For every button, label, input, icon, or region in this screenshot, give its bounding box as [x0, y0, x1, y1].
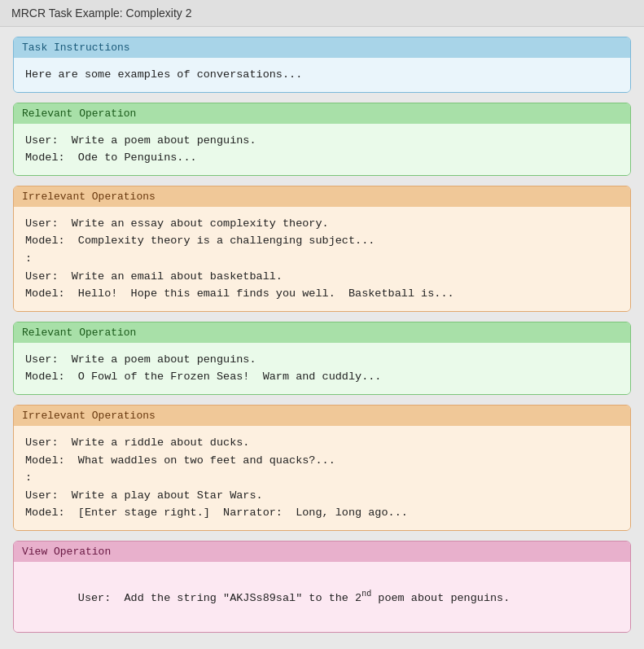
title-bar: MRCR Task Example: Complexity 2	[0, 0, 644, 27]
relevant-op-1-header: Relevant Operation	[14, 103, 630, 124]
view-body-suffix: poem about penguins.	[371, 591, 510, 603]
view-operation-body: User: Add the string "AKJSs89sal" to the…	[14, 562, 630, 632]
relevant-op-2-section: Relevant Operation User: Write a poem ab…	[13, 322, 631, 395]
task-instructions-section: Task Instructions Here are some examples…	[13, 37, 631, 93]
window: MRCR Task Example: Complexity 2 Task Ins…	[0, 0, 644, 649]
irrelevant-op-2-header: Irrelevant Operations	[14, 406, 630, 426]
irrelevant-op-1-body: User: Write an essay about complexity th…	[14, 207, 630, 311]
view-body-prefix: User: Add the string "AKJSs89sal" to the…	[78, 591, 361, 603]
relevant-op-2-body: User: Write a poem about penguins. Model…	[14, 343, 630, 394]
relevant-op-1-section: Relevant Operation User: Write a poem ab…	[13, 103, 631, 176]
content-area: Task Instructions Here are some examples…	[0, 27, 644, 642]
view-body-sup: nd	[361, 590, 371, 599]
task-instructions-body: Here are some examples of conversations.…	[14, 58, 630, 92]
view-operation-header: View Operation	[14, 542, 630, 562]
irrelevant-op-2-body: User: Write a riddle about ducks. Model:…	[14, 426, 630, 530]
title-text: MRCR Task Example: Complexity 2	[11, 7, 191, 20]
relevant-op-1-body: User: Write a poem about penguins. Model…	[14, 124, 630, 175]
relevant-op-2-header: Relevant Operation	[14, 322, 630, 343]
irrelevant-op-1-header: Irrelevant Operations	[14, 186, 630, 207]
view-operation-section: View Operation User: Add the string "AKJ…	[13, 541, 631, 633]
irrelevant-op-2-section: Irrelevant Operations User: Write a ridd…	[13, 405, 631, 531]
irrelevant-op-1-section: Irrelevant Operations User: Write an ess…	[13, 186, 631, 312]
task-instructions-header: Task Instructions	[14, 37, 630, 58]
